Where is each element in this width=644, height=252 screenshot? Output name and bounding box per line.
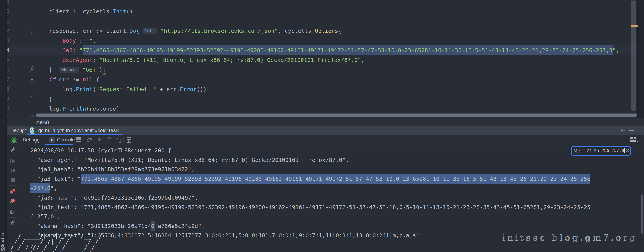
mute-breakpoints-icon[interactable] — [9, 197, 16, 204]
code-token: ( — [93, 86, 96, 92]
code-token: Options — [315, 28, 338, 34]
console-icon: > — [50, 137, 55, 143]
error-stripe[interactable] — [637, 0, 644, 126]
console-line[interactable]: "ja3n_hash": "ec919f75452313e106af2397bd… — [30, 193, 198, 203]
horizontal-scrollbar[interactable] — [36, 113, 637, 117]
code-line[interactable]: Ja3: "771,4865-4867-4866-49195-49199-523… — [49, 45, 619, 55]
console-scrollbar[interactable] — [640, 195, 643, 234]
console-text: "ja3n_text": "771,4865-4867-4866-49195-4… — [30, 204, 590, 210]
code-token: , — [93, 37, 96, 44]
code-token: ) — [99, 66, 102, 73]
code-line[interactable]: UserAgent: "Mozilla/5.0 (X11; Ubuntu; Li… — [49, 55, 364, 65]
inlay-hint: URL: — [143, 28, 157, 34]
code-line[interactable]: if err != nil { — [49, 75, 99, 84]
console-line[interactable]: 2024/08/09 18:47:58 {cycleTLSRequest 200… — [30, 146, 171, 155]
code-token — [49, 37, 62, 44]
layout-settings-icon[interactable] — [630, 137, 636, 142]
code-token: client := cycletls. — [49, 8, 113, 14]
code-token: , cycletls. — [278, 28, 315, 34]
code-line[interactable]: log.Println(response) — [49, 104, 120, 113]
code-line[interactable]: }, Method: "GET"); — [49, 65, 106, 74]
debugger-toolbar: Debugger > Console — [6, 135, 644, 145]
code-token: "" — [86, 37, 92, 44]
console-line[interactable]: "user_agent": "Mozilla/5.0 (X11; Ubuntu;… — [30, 155, 349, 165]
ascii-art-watermark: ______ __ ___ _____ / ____// |/ / /__ / … — [10, 227, 102, 252]
evaluate-expression-icon[interactable] — [126, 137, 132, 143]
debug-toolwindow-header: Debug: go build github.com/damit5/colorT… — [6, 126, 644, 135]
code-token: ()) — [196, 86, 207, 92]
separator — [8, 217, 16, 218]
fold-marker-icon[interactable] — [30, 29, 34, 33]
code-token: Body — [62, 37, 76, 44]
code-line[interactable]: } — [49, 94, 52, 104]
code-token: (response) — [86, 105, 120, 112]
view-breakpoints-icon[interactable] — [9, 188, 16, 195]
tab-debugger[interactable]: Debugger — [23, 135, 44, 145]
code-line[interactable]: response, err := client.Do( URL: "https:… — [49, 26, 342, 36]
console-line[interactable]: -257,0", — [30, 183, 57, 193]
code-line[interactable]: Body : "", — [49, 36, 96, 45]
code-token: 771,4865-4867-4866-49195-49199-52393-523… — [83, 45, 612, 55]
code-token: if — [49, 76, 59, 83]
console-line[interactable]: "ja3n_text": "771,4865-4867-4866-49195-4… — [30, 203, 590, 212]
code-token: : — [93, 57, 99, 63]
window-layout-icon[interactable] — [2, 247, 6, 251]
code-token — [79, 66, 82, 73]
separator — [83, 137, 84, 143]
code-token: Do — [130, 28, 136, 34]
close-icon[interactable]: × — [626, 147, 630, 154]
console-text: -257,0 — [30, 183, 50, 193]
code-token: log. — [49, 105, 62, 112]
code-token: "Mozilla/5.0 (X11; Ubuntu; Linux x86_64;… — [99, 57, 361, 63]
options-menu-icon[interactable] — [76, 137, 81, 143]
vertical-scrollbar[interactable] — [631, 0, 636, 111]
step-into-icon[interactable] — [97, 137, 102, 143]
code-token: , — [361, 57, 364, 63]
fold-marker-icon[interactable] — [30, 77, 34, 82]
rerun-wrench-icon[interactable] — [9, 147, 16, 153]
code-editor[interactable]: 9101112131415161718192021 client := cycl… — [0, 0, 644, 118]
code-token: }, — [49, 66, 59, 73]
code-line[interactable]: log.Print("Request Failed: " + err.Error… — [49, 84, 207, 94]
console-text: "ja3_hash": "b20b44b18b853ef29ab773e921b… — [30, 166, 195, 173]
code-token: Println — [62, 105, 86, 112]
search-field[interactable]: ▾ -24-25-256-257,0 × — [571, 146, 631, 156]
stop-icon[interactable] — [9, 176, 16, 183]
console-line[interactable]: 6-257,0", — [30, 212, 60, 221]
breadcrumb[interactable]: main() — [36, 118, 49, 126]
ide-window: 9101112131415161718192021 client := cycl… — [0, 0, 644, 252]
settings-gear-icon[interactable]: ⚙▾ — [9, 209, 17, 216]
step-out-icon[interactable] — [106, 137, 112, 143]
code-token: ( — [136, 28, 143, 34]
separator — [8, 155, 16, 155]
warning-stripe-mark[interactable] — [631, 25, 638, 27]
code-token: err != — [59, 76, 83, 83]
console-text: 2024/08/09 18:47:58 {cycleTLSRequest 200… — [30, 147, 171, 154]
console-text: 6-257,0", — [30, 213, 60, 220]
resume-icon[interactable] — [9, 158, 16, 165]
code-token: log. — [49, 86, 76, 92]
sidebar-item-structure[interactable]: Structure — [0, 230, 6, 250]
code-token — [157, 28, 160, 34]
minimize-icon[interactable] — [630, 130, 634, 131]
gear-icon[interactable]: ⚙ — [620, 126, 626, 135]
fold-marker-icon[interactable] — [30, 116, 34, 118]
pin-icon[interactable] — [9, 219, 16, 226]
tab-console[interactable]: Console — [57, 135, 75, 145]
code-line[interactable]: client := cycletls.Init() — [49, 6, 133, 16]
fold-marker-icon[interactable] — [30, 97, 34, 101]
fold-marker-icon[interactable] — [30, 68, 34, 72]
debug-bug-icon — [10, 136, 18, 144]
console-line[interactable]: "ja3_hash": "b20b44b18b853ef29ab773e921b… — [30, 165, 195, 174]
run-to-cursor-icon[interactable] — [116, 137, 122, 143]
debug-session-tab-label: go build github.com/damit5/colorTest — [38, 128, 117, 133]
code-token: Init — [113, 8, 126, 14]
search-input[interactable]: -24-25-256-257,0 — [584, 147, 624, 154]
pause-icon[interactable] — [9, 167, 16, 174]
code-token: "Request Failed: " — [96, 86, 156, 92]
step-over-icon[interactable] — [87, 137, 92, 143]
console-line[interactable]: "ja3_text": "771,4865-4867-4866-49195-49… — [30, 174, 590, 184]
site-watermark: initsec blog.gm7.org — [502, 233, 637, 243]
chevron-down-icon[interactable]: ▾ — [579, 149, 580, 152]
breadcrumb-bar: main() — [6, 118, 644, 126]
